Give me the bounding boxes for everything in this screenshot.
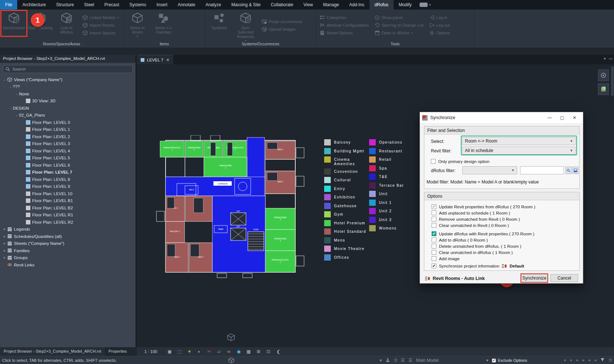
tree-item-floor-plan-level-7[interactable]: Floor Plan: LEVEL 7 <box>0 169 136 176</box>
ribbon-button-items-families[interactable]: Items <-> Families <box>151 11 176 39</box>
ribbon-button-categories[interactable]: Categories <box>320 15 369 20</box>
active-design-option-icon[interactable]: ☰ <box>408 358 412 363</box>
expand-icon[interactable]: + <box>2 249 7 253</box>
menu-tab-modify[interactable]: Modify <box>394 0 417 10</box>
sun-path-icon[interactable]: ☀ <box>186 349 193 354</box>
ribbon-button-import-spaces[interactable]: Import Spaces <box>83 30 119 35</box>
tree-item-floor-plan-level-9[interactable]: Floor Plan: LEVEL 9 <box>0 183 136 190</box>
navigation-cube-button[interactable] <box>598 83 609 95</box>
ribbon-button-items-in-room[interactable]: Items in Room▾ <box>125 11 150 39</box>
steering-wheel-button[interactable] <box>598 69 609 81</box>
option-update-revit-properties-from-drofus-270-room[interactable]: ✔Update Revit properties from dRofus ( 2… <box>432 204 535 210</box>
cancel-button[interactable]: Cancel <box>550 274 578 282</box>
tree-item-floor-plan-level-b1[interactable]: Floor Plan: LEVEL B1 <box>0 197 136 205</box>
main-model-select[interactable]: Main Model <box>416 358 439 363</box>
tree-item-schedules-quantities-all[interactable]: +Schedules/Quantities (all) <box>0 233 136 240</box>
ribbon-button-attribute-configurations[interactable]: Attribute Configurations <box>320 23 369 28</box>
checkbox[interactable] <box>432 211 436 215</box>
tree-item-sheets-company-name[interactable]: +Sheets ("Company Name") <box>0 240 136 247</box>
synchronize-button[interactable]: Synchronize <box>521 274 547 282</box>
option-add-unplaced-to-schedule-1-room[interactable]: Add unplaced to schedule ( 1 Room ) <box>432 210 535 216</box>
floor-plan-level7[interactable]: PREMIUM BALCONY1PREMIUM BED1PREMIUM BED2… <box>156 135 320 278</box>
ribbon-button-purge-occurrences[interactable]: Purge occurrences <box>262 19 302 24</box>
temporary-hide-icon[interactable]: ∞ <box>225 349 232 354</box>
tab-properties[interactable]: Properties <box>105 347 130 356</box>
visual-style-icon[interactable]: ⬚ <box>176 349 183 354</box>
collapse-icon[interactable]: - <box>2 77 7 82</box>
exclude-options-checkbox[interactable]: ✔ <box>492 359 496 363</box>
ribbon-button-options[interactable]: Options <box>429 30 450 35</box>
tab-list-chevron-icon[interactable]: ▾ <box>604 56 606 61</box>
select-by-face-icon[interactable]: ⌖ <box>582 358 585 363</box>
menu-tab-structure[interactable]: Structure <box>51 0 79 10</box>
plan-room[interactable] <box>166 177 265 196</box>
menu-tab-view[interactable]: View <box>298 0 318 10</box>
option-remove-unmatched-from-revit-0-room[interactable]: Remove unmatched from Revit ( 0 Room ) <box>432 216 535 222</box>
analytical-model-icon[interactable]: ▦ <box>245 349 252 354</box>
tree-item-floor-plan-level-4[interactable]: Floor Plan: LEVEL 4 <box>0 147 136 155</box>
selection-filter-button[interactable] <box>600 358 604 363</box>
tree-item-legends[interactable]: +Legends <box>0 226 136 233</box>
only-primary-checkbox[interactable] <box>431 159 436 164</box>
vertical-scrollbar[interactable] <box>611 64 614 347</box>
menu-tab-insert[interactable]: Insert <box>151 0 173 10</box>
select-combobox[interactable]: Room <-> Room▼ <box>462 137 576 145</box>
plan-room[interactable] <box>247 137 265 178</box>
communication-center-button[interactable]: ▾ <box>417 0 434 10</box>
worksets-chevron-icon[interactable]: ▾ <box>380 358 382 363</box>
expand-icon[interactable]: + <box>2 255 7 260</box>
tree-item-floor-plan-level-3[interactable]: Floor Plan: LEVEL 3 <box>0 140 136 148</box>
checkbox[interactable] <box>432 217 436 221</box>
menu-tab-file[interactable]: File <box>0 0 17 10</box>
checkbox[interactable] <box>432 244 436 249</box>
tree-item-groups[interactable]: +Groups <box>0 254 136 262</box>
select-links-icon[interactable]: ⌖ <box>564 358 566 363</box>
tree-item-design[interactable]: -DESIGN <box>0 105 136 112</box>
ribbon-button-start-log-to-change-list[interactable]: Start log to Change List <box>375 23 424 28</box>
search-input[interactable]: Search <box>3 65 133 73</box>
checkbox[interactable] <box>432 250 436 255</box>
drofus-open-filter-button[interactable] <box>572 167 579 174</box>
tree-item-revit-links[interactable]: Revit Links <box>0 261 136 269</box>
menu-tab-steel[interactable]: Steel <box>79 0 99 10</box>
plan-room[interactable] <box>166 157 185 177</box>
maximize-button[interactable]: ▢ <box>556 113 568 122</box>
menu-tab-massing-site[interactable]: Massing & Site <box>226 0 266 10</box>
view-tab-level7[interactable]: LEVEL 7 ✕ <box>137 55 173 64</box>
tree-item-views-company-name[interactable]: -Views ("Company Name") <box>0 76 136 83</box>
ribbon-button-link-to-drofus[interactable]: Link to dRofus <box>54 11 79 39</box>
option-clear-unmatched-in-revit-0-room[interactable]: Clear unmatched in Revit ( 0 Room ) <box>432 222 535 228</box>
drofus-search-button[interactable] <box>565 167 572 174</box>
menu-tab-architecture[interactable]: Architecture <box>17 0 51 10</box>
only-primary-checkbox-row[interactable]: Only primary design option <box>431 158 489 164</box>
ribbon-button-show-panel[interactable]: Show panel <box>375 15 424 20</box>
menu-tab-precast[interactable]: Precast <box>99 0 124 10</box>
background-process-icon[interactable]: ⌖ <box>594 358 597 363</box>
ribbon-button-model-options[interactable]: Model Options <box>320 30 369 35</box>
ribbon-button-upload-images[interactable]: Upload Images <box>262 27 302 32</box>
collapse-icon[interactable]: ❮ <box>275 349 281 354</box>
ribbon-button-linked-models[interactable]: Linked Models▾ <box>83 15 119 20</box>
close-button[interactable]: ✕ <box>568 113 581 122</box>
revit-filter-combobox[interactable]: All in schedule▼ <box>462 147 576 155</box>
expand-icon[interactable]: + <box>2 241 7 246</box>
design-options-icon[interactable]: ☰ <box>401 358 405 363</box>
close-icon[interactable]: ✕ <box>166 57 170 62</box>
main-model-chevron-icon[interactable]: ▾ <box>486 358 488 363</box>
drag-on-selection-icon[interactable]: ⌖ <box>588 358 591 363</box>
ribbon-button-systems[interactable]: Systems <box>207 11 232 39</box>
select-pinned-icon[interactable]: ⌖ <box>576 358 579 363</box>
menu-tab-analyze[interactable]: Analyze <box>200 0 226 10</box>
ribbon-button-log-in[interactable]: Log in <box>429 15 450 20</box>
plan-room[interactable] <box>265 159 295 171</box>
tree-item-floor-plan-level-2[interactable]: Floor Plan: LEVEL 2 <box>0 133 136 140</box>
shadows-icon[interactable]: ◐ <box>196 349 202 354</box>
option-add-image[interactable]: Add image <box>432 255 534 262</box>
option-add-to-drofus-0-room[interactable]: Add to dRofus ( 0 Room ) <box>432 237 534 243</box>
crop-view-off-icon[interactable]: ✂ <box>206 349 212 354</box>
menu-tab-collaborate[interactable]: Collaborate <box>266 0 298 10</box>
ribbon-button-log-out[interactable]: Log out <box>429 23 450 28</box>
tree-item-floor-plan-level-10[interactable]: Floor Plan: LEVEL 10 <box>0 190 136 197</box>
tree-item-floor-plan-level-0[interactable]: Floor Plan: LEVEL 0 <box>0 119 136 126</box>
dialog-title-bar[interactable]: Synchronize — ▢ ✕ <box>420 112 583 123</box>
